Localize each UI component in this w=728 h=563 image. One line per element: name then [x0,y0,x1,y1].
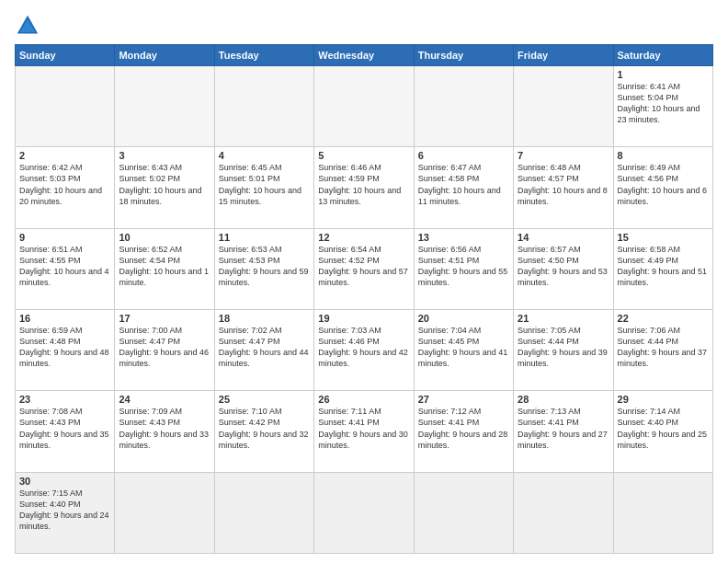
day-info: Sunrise: 7:15 AMSunset: 4:40 PMDaylight:… [19,488,110,533]
weekday-header-saturday: Saturday [613,45,712,66]
day-number: 15 [618,232,709,243]
weekday-header-monday: Monday [115,45,214,66]
day-cell [514,66,613,147]
day-info: Sunrise: 7:00 AMSunset: 4:47 PMDaylight:… [119,325,210,370]
day-cell [613,472,712,553]
day-info: Sunrise: 6:58 AMSunset: 4:49 PMDaylight:… [618,244,709,289]
day-number: 12 [318,232,409,243]
day-info: Sunrise: 6:52 AMSunset: 4:54 PMDaylight:… [119,244,210,289]
day-cell: 21Sunrise: 7:05 AMSunset: 4:44 PMDayligh… [514,309,613,390]
day-info: Sunrise: 6:42 AMSunset: 5:03 PMDaylight:… [19,162,110,207]
day-info: Sunrise: 7:06 AMSunset: 4:44 PMDaylight:… [618,325,709,370]
day-cell: 28Sunrise: 7:13 AMSunset: 4:41 PMDayligh… [514,391,613,472]
day-cell: 29Sunrise: 7:14 AMSunset: 4:40 PMDayligh… [613,391,712,472]
week-row-6: 30Sunrise: 7:15 AMSunset: 4:40 PMDayligh… [16,472,713,553]
day-info: Sunrise: 6:49 AMSunset: 4:56 PMDaylight:… [618,162,709,207]
day-cell [214,472,313,553]
day-number: 28 [518,394,609,405]
day-info: Sunrise: 6:53 AMSunset: 4:53 PMDaylight:… [219,244,310,289]
day-number: 26 [318,394,409,405]
weekday-header-tuesday: Tuesday [214,45,313,66]
day-number: 23 [19,394,110,405]
week-row-3: 9Sunrise: 6:51 AMSunset: 4:55 PMDaylight… [16,228,713,309]
day-cell: 15Sunrise: 6:58 AMSunset: 4:49 PMDayligh… [613,228,712,309]
day-cell: 3Sunrise: 6:43 AMSunset: 5:02 PMDaylight… [115,147,214,228]
day-cell [414,472,513,553]
day-number: 10 [119,232,210,243]
day-info: Sunrise: 7:05 AMSunset: 4:44 PMDaylight:… [518,325,609,370]
calendar: SundayMondayTuesdayWednesdayThursdayFrid… [15,44,713,554]
day-number: 16 [19,313,110,324]
day-number: 21 [518,313,609,324]
day-number: 19 [318,313,409,324]
day-cell [16,66,115,147]
day-number: 7 [518,150,609,161]
weekday-header-wednesday: Wednesday [314,45,414,66]
day-cell: 23Sunrise: 7:08 AMSunset: 4:43 PMDayligh… [16,391,115,472]
day-number: 27 [418,394,509,405]
weekday-header-sunday: Sunday [16,45,115,66]
day-cell: 4Sunrise: 6:45 AMSunset: 5:01 PMDaylight… [214,147,313,228]
day-info: Sunrise: 7:02 AMSunset: 4:47 PMDaylight:… [219,325,310,370]
day-cell [414,66,513,147]
day-number: 17 [119,313,210,324]
day-cell: 8Sunrise: 6:49 AMSunset: 4:56 PMDaylight… [613,147,712,228]
day-number: 5 [318,150,409,161]
day-info: Sunrise: 7:11 AMSunset: 4:41 PMDaylight:… [318,406,409,451]
day-cell: 16Sunrise: 6:59 AMSunset: 4:48 PMDayligh… [16,309,115,390]
day-number: 4 [219,150,310,161]
day-cell [314,472,414,553]
day-cell [214,66,313,147]
day-cell: 2Sunrise: 6:42 AMSunset: 5:03 PMDaylight… [16,147,115,228]
day-cell: 27Sunrise: 7:12 AMSunset: 4:41 PMDayligh… [414,391,513,472]
day-cell [115,472,214,553]
day-cell: 6Sunrise: 6:47 AMSunset: 4:58 PMDaylight… [414,147,513,228]
week-row-5: 23Sunrise: 7:08 AMSunset: 4:43 PMDayligh… [16,391,713,472]
day-cell: 18Sunrise: 7:02 AMSunset: 4:47 PMDayligh… [214,309,313,390]
day-number: 8 [618,150,709,161]
day-cell: 22Sunrise: 7:06 AMSunset: 4:44 PMDayligh… [613,309,712,390]
day-info: Sunrise: 6:47 AMSunset: 4:58 PMDaylight:… [418,162,509,207]
day-number: 14 [518,232,609,243]
day-cell: 20Sunrise: 7:04 AMSunset: 4:45 PMDayligh… [414,309,513,390]
day-number: 29 [618,394,709,405]
day-cell: 17Sunrise: 7:00 AMSunset: 4:47 PMDayligh… [115,309,214,390]
day-number: 13 [418,232,509,243]
day-cell [514,472,613,553]
logo-icon [15,13,40,39]
week-row-4: 16Sunrise: 6:59 AMSunset: 4:48 PMDayligh… [16,309,713,390]
day-cell [314,66,414,147]
day-cell: 26Sunrise: 7:11 AMSunset: 4:41 PMDayligh… [314,391,414,472]
day-number: 22 [618,313,709,324]
week-row-2: 2Sunrise: 6:42 AMSunset: 5:03 PMDaylight… [16,147,713,228]
day-cell: 30Sunrise: 7:15 AMSunset: 4:40 PMDayligh… [16,472,115,553]
page: SundayMondayTuesdayWednesdayThursdayFrid… [0,0,728,563]
day-cell: 25Sunrise: 7:10 AMSunset: 4:42 PMDayligh… [214,391,313,472]
day-number: 1 [618,69,709,80]
day-cell: 10Sunrise: 6:52 AMSunset: 4:54 PMDayligh… [115,228,214,309]
day-cell: 7Sunrise: 6:48 AMSunset: 4:57 PMDaylight… [514,147,613,228]
day-number: 3 [119,150,210,161]
day-number: 30 [19,476,110,487]
day-info: Sunrise: 6:45 AMSunset: 5:01 PMDaylight:… [219,162,310,207]
day-number: 18 [219,313,310,324]
day-cell: 5Sunrise: 6:46 AMSunset: 4:59 PMDaylight… [314,147,414,228]
day-info: Sunrise: 6:43 AMSunset: 5:02 PMDaylight:… [119,162,210,207]
day-number: 9 [19,232,110,243]
day-info: Sunrise: 7:09 AMSunset: 4:43 PMDaylight:… [119,406,210,451]
day-cell: 12Sunrise: 6:54 AMSunset: 4:52 PMDayligh… [314,228,414,309]
day-cell: 24Sunrise: 7:09 AMSunset: 4:43 PMDayligh… [115,391,214,472]
day-info: Sunrise: 7:04 AMSunset: 4:45 PMDaylight:… [418,325,509,370]
day-info: Sunrise: 6:59 AMSunset: 4:48 PMDaylight:… [19,325,110,370]
day-info: Sunrise: 7:13 AMSunset: 4:41 PMDaylight:… [518,406,609,451]
day-info: Sunrise: 7:14 AMSunset: 4:40 PMDaylight:… [618,406,709,451]
day-number: 6 [418,150,509,161]
day-number: 24 [119,394,210,405]
day-info: Sunrise: 6:54 AMSunset: 4:52 PMDaylight:… [318,244,409,289]
weekday-header-thursday: Thursday [414,45,513,66]
day-cell: 9Sunrise: 6:51 AMSunset: 4:55 PMDaylight… [16,228,115,309]
day-info: Sunrise: 7:08 AMSunset: 4:43 PMDaylight:… [19,406,110,451]
day-cell: 19Sunrise: 7:03 AMSunset: 4:46 PMDayligh… [314,309,414,390]
day-number: 2 [19,150,110,161]
day-info: Sunrise: 6:48 AMSunset: 4:57 PMDaylight:… [518,162,609,207]
